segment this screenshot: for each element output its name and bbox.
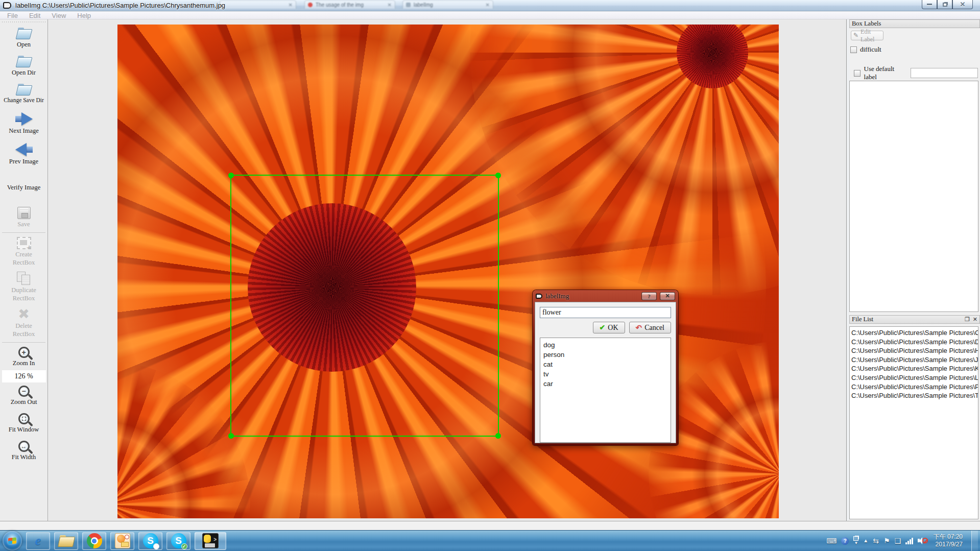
dialog-close-button[interactable]: ✕: [660, 292, 675, 300]
skype-icon: S ✓: [171, 533, 186, 548]
tab-favicon: [308, 3, 313, 7]
menu-edit[interactable]: Edit: [25, 12, 44, 19]
right-dock-panel: Box Labels ✎ Edit Label difficult Use de…: [849, 19, 980, 521]
menu-view[interactable]: View: [47, 12, 70, 19]
open-button[interactable]: Open: [0, 28, 47, 49]
box-labels-list[interactable]: [849, 81, 978, 312]
difficult-checkbox[interactable]: [850, 46, 857, 53]
restore-button[interactable]: [937, 0, 952, 9]
label-option[interactable]: person: [543, 350, 667, 360]
toolbar-drag-handle[interactable]: [2, 20, 45, 23]
delete-rectbox-button[interactable]: ✖ Delete RectBox: [0, 307, 47, 338]
fit-width-button[interactable]: ↔ Fit Width: [0, 441, 47, 461]
annotation-bounding-box[interactable]: [230, 175, 499, 437]
label-name-input[interactable]: [540, 307, 671, 318]
difficult-row: difficult: [850, 45, 980, 54]
zoom-in-button[interactable]: + Zoom In: [0, 347, 47, 367]
dock-close-icon[interactable]: ✕: [973, 317, 977, 322]
close-icon: ✕: [960, 1, 966, 8]
clipboard-icon[interactable]: ❑: [895, 537, 901, 544]
file-list-item[interactable]: C:\Users\Public\Pictures\Sample Pictures…: [851, 373, 978, 382]
create-rectbox-icon: [17, 237, 31, 249]
edit-label-button[interactable]: ✎ Edit Label: [851, 31, 883, 40]
help-tray-icon[interactable]: ?: [841, 537, 849, 545]
zoom-percent-input[interactable]: 126 %: [2, 370, 46, 382]
taskbar-labelimg-active[interactable]: >: [195, 532, 226, 550]
prev-image-button[interactable]: Prev Image: [0, 143, 47, 165]
show-hidden-icons-arrow[interactable]: ▲: [863, 538, 868, 543]
volume-muted-icon[interactable]: [918, 537, 927, 545]
sync-icon[interactable]: ⇆: [873, 537, 879, 544]
window-titlebar[interactable]: ✕ The usage of the img ✕ labelImg ✕ labe…: [0, 0, 980, 11]
change-save-dir-button[interactable]: Change Save Dir: [0, 84, 47, 104]
ok-button[interactable]: ✔ OK: [593, 322, 625, 333]
status-badge: ✓: [181, 543, 187, 549]
action-center-flag-icon[interactable]: ⚑: [883, 537, 890, 544]
file-list-item[interactable]: C:\Users\Public\Pictures\Sample Pictures…: [851, 364, 978, 373]
taskbar-file-explorer[interactable]: [54, 532, 78, 550]
fit-window-button[interactable]: Fit Window: [0, 413, 47, 434]
image-canvas[interactable]: [49, 19, 846, 521]
file-list-item[interactable]: C:\Users\Public\Pictures\Sample Pictures…: [851, 338, 978, 347]
window-switch-tray-icon[interactable]: ▼: [853, 536, 858, 545]
taskbar-outlook[interactable]: [110, 532, 134, 550]
label-option[interactable]: tv: [543, 369, 667, 379]
network-signal-icon[interactable]: [905, 538, 913, 544]
file-list-item[interactable]: C:\Users\Public\Pictures\Sample Pictures…: [851, 391, 978, 400]
file-list-item[interactable]: C:\Users\Public\Pictures\Sample Pictures…: [851, 382, 978, 392]
label-dialog: labelImg ? ✕ ✔ OK ↶ Cancel dog person: [533, 290, 678, 445]
arrow-left-icon: [15, 143, 33, 156]
label-history-list[interactable]: dog person cat tv car: [540, 338, 671, 443]
bbox-handle-top-left[interactable]: [228, 173, 234, 178]
zoom-out-button[interactable]: − Zoom Out: [0, 386, 47, 406]
duplicate-rectbox-button[interactable]: Duplicate RectBox: [0, 272, 47, 302]
verify-image-button[interactable]: Verify Image: [0, 184, 47, 191]
file-list-item[interactable]: C:\Users\Public\Pictures\Sample Pictures…: [851, 355, 978, 365]
taskbar-internet-explorer[interactable]: e: [26, 532, 50, 550]
menu-help[interactable]: Help: [73, 12, 95, 19]
toolbar-separator: [2, 342, 45, 343]
use-default-label-checkbox[interactable]: [854, 70, 861, 77]
minimize-button[interactable]: [922, 0, 937, 9]
taskbar-chrome[interactable]: [82, 532, 106, 550]
create-rectbox-button[interactable]: Create RectBox: [0, 237, 47, 267]
open-dir-button[interactable]: Open Dir: [0, 56, 47, 77]
file-list[interactable]: C:\Users\Public\Pictures\Sample Pictures…: [849, 326, 978, 519]
bbox-handle-top-right[interactable]: [495, 173, 501, 178]
close-button[interactable]: ✕: [952, 0, 973, 9]
folder-open-icon: [16, 56, 32, 67]
start-button[interactable]: [3, 531, 22, 550]
file-list-dock-title[interactable]: File List ❐ ✕: [849, 315, 980, 324]
file-list-item[interactable]: C:\Users\Public\Pictures\Sample Pictures…: [851, 328, 978, 338]
file-list-item[interactable]: C:\Users\Public\Pictures\Sample Pictures…: [851, 346, 978, 355]
chrysanthemum-photo[interactable]: [117, 25, 779, 518]
dock-float-icon[interactable]: ❐: [965, 317, 970, 322]
next-image-button[interactable]: Next Image: [0, 112, 47, 135]
show-desktop-button[interactable]: [971, 531, 978, 551]
box-labels-dock-title[interactable]: Box Labels: [849, 19, 980, 28]
taskbar-skype-offline[interactable]: S: [138, 532, 162, 550]
dialog-help-button[interactable]: ?: [641, 292, 657, 300]
arrow-right-icon: [15, 112, 33, 126]
taskbar-skype-online[interactable]: S ✓: [166, 532, 190, 550]
menu-file[interactable]: File: [3, 12, 22, 19]
keyboard-icon[interactable]: ⌨: [826, 537, 836, 544]
python-console-icon: >: [202, 533, 219, 548]
save-button[interactable]: Save: [0, 207, 47, 228]
dialog-titlebar[interactable]: labelImg ? ✕: [533, 290, 678, 302]
undo-arrow-icon: ↶: [636, 323, 642, 332]
label-option[interactable]: car: [543, 379, 667, 389]
minimize-icon: [927, 4, 932, 5]
ghost-browser-tab: The usage of the img ✕: [304, 0, 395, 9]
label-option[interactable]: dog: [543, 340, 667, 350]
outlook-icon: [115, 533, 130, 548]
taskbar-clock[interactable]: 下午 07:20 2017/9/27: [934, 533, 963, 548]
bbox-handle-bottom-right[interactable]: [495, 433, 501, 439]
default-label-input[interactable]: [911, 68, 978, 78]
check-icon: ✔: [600, 323, 606, 332]
delete-x-icon: ✖: [18, 307, 30, 321]
label-option[interactable]: cat: [543, 360, 667, 369]
cancel-button[interactable]: ↶ Cancel: [629, 322, 671, 333]
bbox-handle-bottom-left[interactable]: [228, 433, 234, 439]
tab-close-icon: ✕: [388, 2, 392, 8]
